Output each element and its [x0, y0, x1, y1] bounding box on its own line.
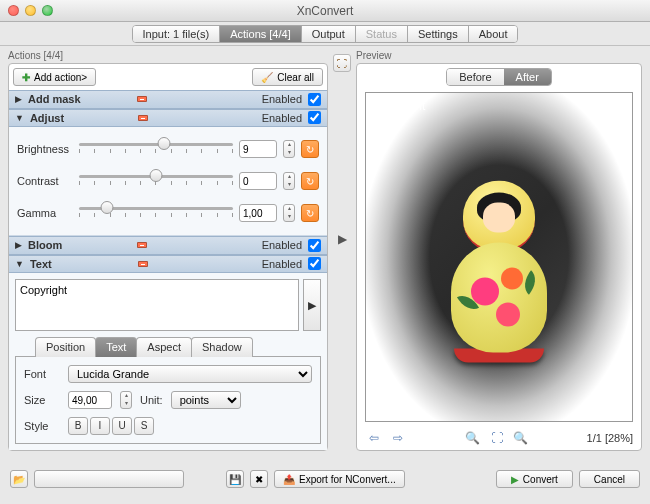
delete-script-button[interactable]: ✖	[250, 470, 268, 488]
subtab-shadow[interactable]: Shadow	[191, 337, 253, 357]
main-tabs: Input: 1 file(s) Actions [4/4] Output St…	[0, 22, 650, 46]
adjust-body: Brightness ▴▾ ↻ Contrast	[9, 127, 327, 236]
gamma-stepper[interactable]: ▴▾	[283, 204, 295, 222]
contrast-value[interactable]	[239, 172, 277, 190]
collapse-arrow-icon[interactable]: ▶	[338, 232, 347, 246]
gamma-value[interactable]	[239, 204, 277, 222]
unit-select[interactable]: points	[171, 391, 241, 409]
contrast-stepper[interactable]: ▴▾	[283, 172, 295, 190]
play-icon: ▶	[511, 474, 519, 485]
gamma-label: Gamma	[17, 207, 73, 219]
subtab-text[interactable]: Text	[95, 337, 137, 357]
brightness-slider[interactable]	[79, 139, 233, 159]
font-select[interactable]: Lucida Grande	[68, 365, 312, 383]
preview-counter: 1/1 [28%]	[587, 432, 633, 444]
remove-action-icon[interactable]	[138, 115, 148, 121]
export-nconvert-button[interactable]: 📤 Export for NConvert...	[274, 470, 405, 488]
style-italic[interactable]: I	[90, 417, 110, 435]
brightness-value[interactable]	[239, 140, 277, 158]
add-mask-enabled-checkbox[interactable]	[308, 93, 321, 106]
contrast-slider[interactable]	[79, 171, 233, 191]
font-label: Font	[24, 368, 60, 380]
subtab-aspect[interactable]: Aspect	[136, 337, 192, 357]
export-icon: 📤	[283, 474, 295, 485]
subtab-position[interactable]: Position	[35, 337, 96, 357]
tab-input[interactable]: Input: 1 file(s)	[133, 26, 221, 42]
style-strike[interactable]: S	[134, 417, 154, 435]
titlebar: XnConvert	[0, 0, 650, 22]
action-adjust-header[interactable]: ▼ Adjust Enabled	[9, 109, 327, 128]
preview-after-tab[interactable]: After	[504, 69, 551, 85]
text-enabled-checkbox[interactable]	[308, 257, 321, 270]
preview-image: Copyright	[365, 92, 633, 422]
disclosure-triangle-icon: ▼	[15, 259, 24, 269]
add-action-button[interactable]: ✚ Add action>	[13, 68, 96, 86]
bloom-enabled-checkbox[interactable]	[308, 239, 321, 252]
bottom-bar: 📂 💾 ✖ 📤 Export for NConvert... ▶ Convert…	[0, 460, 650, 498]
action-add-mask-header[interactable]: ▶ Add mask Enabled	[9, 90, 327, 109]
size-value[interactable]	[68, 391, 112, 409]
remove-action-icon[interactable]	[138, 261, 148, 267]
remove-action-icon[interactable]	[137, 96, 147, 102]
style-underline[interactable]: U	[112, 417, 132, 435]
action-text-header[interactable]: ▼ Text Enabled	[9, 255, 327, 274]
preview-group-label: Preview	[356, 50, 642, 63]
broom-icon: 🧹	[261, 72, 273, 83]
watermark-text: Copyright	[374, 99, 425, 113]
cancel-button[interactable]: Cancel	[579, 470, 640, 488]
gamma-reset[interactable]: ↻	[301, 204, 319, 222]
brightness-stepper[interactable]: ▴▾	[283, 140, 295, 158]
tab-settings[interactable]: Settings	[408, 26, 469, 42]
action-bloom-header[interactable]: ▶ Bloom Enabled	[9, 236, 327, 255]
disclosure-triangle-icon: ▶	[15, 240, 22, 250]
save-script-button[interactable]: 💾	[226, 470, 244, 488]
tab-output[interactable]: Output	[302, 26, 356, 42]
convert-button[interactable]: ▶ Convert	[496, 470, 573, 488]
brightness-label: Brightness	[17, 143, 73, 155]
tab-status[interactable]: Status	[356, 26, 408, 42]
text-insert-button[interactable]: ▶	[303, 279, 321, 331]
zoom-out-icon[interactable]: 🔍	[512, 430, 530, 446]
unit-label: Unit:	[140, 394, 163, 406]
prev-image-icon[interactable]: ⇦	[365, 430, 383, 446]
style-label: Style	[24, 420, 60, 432]
plus-icon: ✚	[22, 72, 30, 83]
fit-icon[interactable]: ⛶	[488, 430, 506, 446]
text-body: Copyright ▶ Position Text Aspect Shadow …	[9, 273, 327, 450]
style-bold[interactable]: B	[68, 417, 88, 435]
contrast-label: Contrast	[17, 175, 73, 187]
preview-before-tab[interactable]: Before	[447, 69, 503, 85]
adjust-enabled-checkbox[interactable]	[308, 111, 321, 124]
contrast-reset[interactable]: ↻	[301, 172, 319, 190]
size-stepper[interactable]: ▴▾	[120, 391, 132, 409]
disclosure-triangle-icon: ▼	[15, 113, 24, 123]
size-label: Size	[24, 394, 60, 406]
link-icon[interactable]: ⛶	[333, 54, 351, 72]
brightness-reset[interactable]: ↻	[301, 140, 319, 158]
window-title: XnConvert	[0, 4, 650, 18]
text-content-input[interactable]: Copyright	[15, 279, 299, 331]
clear-all-button[interactable]: 🧹 Clear all	[252, 68, 323, 86]
next-image-icon[interactable]: ⇨	[389, 430, 407, 446]
actions-panel: ✚ Add action> 🧹 Clear all ▶ Add mask Ena…	[8, 63, 328, 451]
disclosure-triangle-icon: ▶	[15, 94, 22, 104]
tab-actions[interactable]: Actions [4/4]	[220, 26, 302, 42]
gamma-slider[interactable]	[79, 203, 233, 223]
tab-about[interactable]: About	[469, 26, 518, 42]
actions-group-label: Actions [4/4]	[8, 50, 328, 63]
preview-panel: Before After Copyright ⇦	[356, 63, 642, 451]
remove-action-icon[interactable]	[137, 242, 147, 248]
path-select[interactable]	[34, 470, 184, 488]
zoom-in-icon[interactable]: 🔍	[464, 430, 482, 446]
open-folder-button[interactable]: 📂	[10, 470, 28, 488]
